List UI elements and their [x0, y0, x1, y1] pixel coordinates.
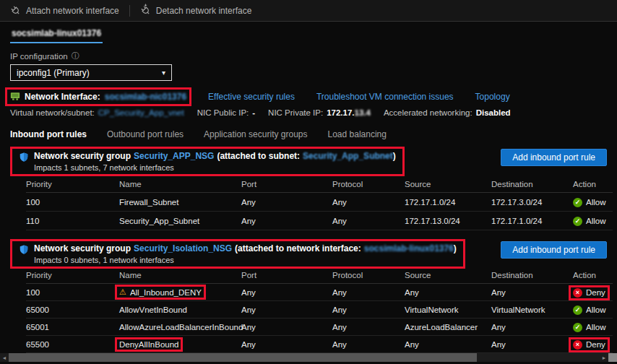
nsg2-name-link[interactable]: Security_Isolation_NSG: [134, 243, 232, 254]
rule-row[interactable]: 65001AllowAzureLoadBalancerInBoundAnyAny…: [26, 318, 613, 336]
table-header-row: Priority Name Port Protocol Source Desti…: [26, 176, 613, 193]
rule-protocol-cell: Any: [332, 212, 405, 230]
network-interface-name[interactable]: socsimlab-nic01376: [105, 92, 186, 102]
scroll-right-arrow[interactable]: ►: [600, 355, 608, 360]
ip-configuration-row: IP configuration ⓘ: [10, 51, 617, 61]
rule-port-cell: Any: [241, 336, 332, 353]
attach-network-interface-button[interactable]: Attach network interface: [10, 5, 119, 16]
network-interface-row: Network Interface: socsimlab-nic01376 Ef…: [10, 90, 607, 103]
nsg1-rules-table: Priority Name Port Protocol Source Desti…: [26, 176, 613, 230]
col-port: Port: [241, 266, 332, 284]
detach-interface-icon: [140, 5, 151, 16]
rule-name: Security_App_Subnet: [119, 217, 199, 225]
scroll-left-arrow[interactable]: ◄: [0, 355, 9, 360]
rule-name-cell: DenyAllInBound: [119, 336, 241, 353]
network-interface-icon: [10, 90, 20, 103]
rule-protocol-cell: Any: [332, 284, 405, 301]
nsg1-subnet-link[interactable]: Security_App_Subnet: [303, 151, 393, 161]
rule-name-cell: Security_App_Subnet: [119, 212, 241, 230]
rule-row[interactable]: 65500DenyAllInBoundAnyAnyAnyAny×Deny: [26, 336, 613, 353]
rule-row[interactable]: 110Security_App_SubnetAnyAny172.17.13.0/…: [26, 212, 613, 230]
accelerated-networking-label: Accelerated networking:: [384, 108, 473, 117]
col-destination: Destination: [491, 266, 573, 284]
nsg2-nic-link[interactable]: socsimlab-linux01376: [364, 243, 454, 254]
tab-application-security-groups[interactable]: Application security groups: [204, 129, 307, 142]
col-action: Action: [573, 266, 613, 284]
rule-source-cell: AzureLoadBalancer: [405, 318, 491, 336]
nic-public-ip-label: NIC Public IP:: [197, 108, 249, 117]
table-header-row: Priority Name Port Protocol Source Desti…: [26, 266, 613, 284]
nsg1-block: Network security groupSecurity_APP_NSG(a…: [10, 149, 607, 174]
effective-security-rules-link[interactable]: Effective security rules: [208, 92, 295, 102]
rule-destination-cell: Any: [491, 284, 573, 301]
vnet-subnet-link[interactable]: CP_Security_App_vnet: [98, 108, 184, 117]
rule-name-cell: AllowVnetInBound: [119, 301, 241, 318]
chevron-down-icon: ▾: [162, 69, 165, 77]
rule-port-cell: Any: [241, 318, 332, 336]
accelerated-networking-value: Disabled: [476, 108, 511, 117]
nic-public-ip-value: -: [252, 108, 255, 117]
nsg2-header: Network security groupSecurity_Isolation…: [16, 241, 459, 266]
nsg1-name-link[interactable]: Security_APP_NSG: [134, 151, 214, 161]
nsg1-header: Network security groupSecurity_APP_NSG(a…: [16, 149, 399, 174]
ip-configuration-value: ipconfig1 (Primary): [17, 68, 90, 78]
rule-source-cell: Any: [405, 284, 491, 301]
nsg-shield-icon: [19, 244, 29, 258]
add-inbound-port-rule-button-2[interactable]: Add inbound port rule: [501, 241, 607, 259]
rule-port-cell: Any: [241, 301, 332, 318]
deny-status-icon: ×: [573, 288, 582, 298]
vnet-subnet-label: Virtual network/subnet:: [10, 108, 95, 117]
tab-load-balancing[interactable]: Load balancing: [328, 129, 387, 142]
deny-status-icon: ×: [573, 340, 582, 350]
rule-action-label: Allow: [586, 323, 605, 332]
allow-status-icon: ✓: [573, 217, 582, 226]
ip-configuration-label: IP configuration: [10, 52, 68, 61]
topology-link[interactable]: Topology: [475, 92, 510, 102]
rule-row[interactable]: 65000AllowVnetInBoundAnyAnyVirtualNetwor…: [26, 301, 613, 318]
allow-status-icon: ✓: [573, 198, 582, 207]
rule-action-label: Deny: [586, 288, 605, 297]
ip-configuration-select[interactable]: ipconfig1 (Primary) ▾: [10, 64, 172, 81]
rule-action-label: Allow: [586, 306, 605, 314]
vm-networking-page: Attach network interface Detach network …: [0, 0, 617, 364]
toolbar-divider: [129, 5, 130, 17]
info-icon[interactable]: ⓘ: [72, 51, 79, 61]
nic-tab[interactable]: socsimlab-linux01376: [10, 28, 103, 43]
allow-status-icon: ✓: [573, 323, 582, 332]
rule-action-cell: ✓Allow: [573, 301, 613, 318]
nsg2-rules-table: Priority Name Port Protocol Source Desti…: [26, 266, 613, 353]
rule-port-cell: Any: [241, 193, 332, 212]
warning-icon: ⚠: [119, 287, 126, 297]
detach-network-interface-label: Detach network interface: [156, 6, 252, 16]
rule-protocol-cell: Any: [332, 318, 405, 336]
nic-private-ip-label: NIC Private IP:: [268, 108, 323, 117]
col-source: Source: [405, 176, 491, 193]
troubleshoot-vm-connection-link[interactable]: Troubleshoot VM connection issues: [316, 92, 454, 102]
rule-destination-cell: VirtualNetwork: [491, 301, 573, 318]
col-action: Action: [573, 176, 613, 193]
nsg1-title: Network security groupSecurity_APP_NSG(a…: [34, 151, 396, 161]
nsg2-title: Network security groupSecurity_Isolation…: [34, 243, 457, 254]
tab-outbound-port-rules[interactable]: Outbound port rules: [107, 129, 184, 142]
attach-interface-icon: [10, 5, 21, 16]
scrollbar-corner: [608, 353, 617, 362]
detach-network-interface-button[interactable]: Detach network interface: [140, 5, 252, 16]
rule-action-cell: ×Deny: [573, 336, 613, 353]
rule-name: DenyAllInBound: [119, 340, 178, 349]
col-protocol: Protocol: [332, 266, 405, 284]
rule-action-label: Deny: [586, 340, 605, 349]
scrollbar-thumb[interactable]: [9, 353, 477, 362]
col-priority: Priority: [26, 266, 119, 284]
rule-row[interactable]: 100⚠All_Inbound_DENYAnyAnyAnyAny×Deny: [26, 284, 613, 301]
rule-protocol-cell: Any: [332, 301, 405, 318]
add-inbound-port-rule-button-1[interactable]: Add inbound port rule: [501, 149, 607, 166]
rule-destination-cell: 172.17.3.0/24: [491, 193, 573, 212]
nsg2-block: Network security groupSecurity_Isolation…: [10, 241, 607, 266]
nsg2-impacts: Impacts 0 subnets, 1 network interfaces: [34, 256, 457, 264]
tab-inbound-port-rules[interactable]: Inbound port rules: [10, 129, 87, 142]
allow-status-icon: ✓: [573, 306, 582, 315]
rule-name: AllowAzureLoadBalancerInBound: [119, 323, 243, 332]
col-name: Name: [119, 176, 241, 193]
rule-row[interactable]: 100Firewall_SubnetAnyAny172.17.1.0/24172…: [26, 193, 613, 212]
horizontal-scrollbar[interactable]: ◄ ►: [0, 353, 617, 362]
